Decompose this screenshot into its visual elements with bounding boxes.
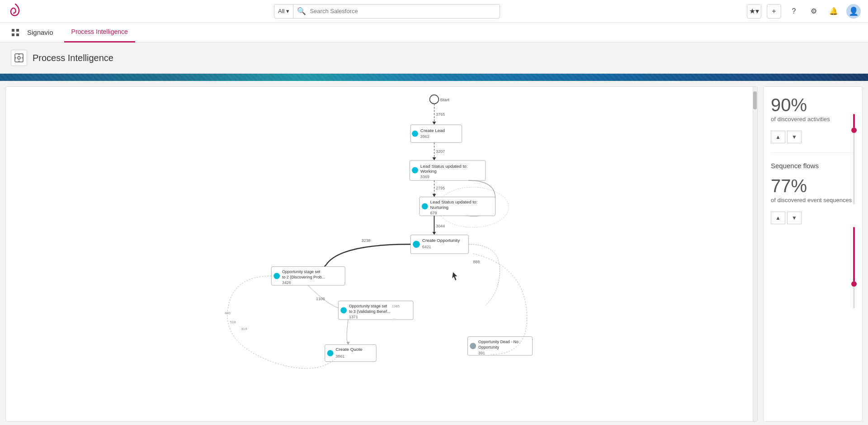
activities-label: of discovered activities [771, 116, 855, 123]
svg-text:Working: Working [420, 169, 437, 174]
scrollbar-thumb[interactable] [753, 91, 757, 109]
process-map-svg: Start 3765 Create Lead 3962 3207 Lead St… [6, 87, 757, 421]
svg-text:Nurturing: Nurturing [430, 205, 449, 210]
notifications-button[interactable]: 🔔 [826, 4, 841, 19]
add-button[interactable]: + [767, 4, 781, 19]
svg-marker-51 [346, 342, 350, 345]
svg-text:to 2 (Discovering Prob...: to 2 (Discovering Prob... [282, 275, 325, 279]
activities-up-button[interactable]: ▲ [771, 131, 785, 143]
divider-1 [771, 152, 855, 153]
star-icon: ★▾ [749, 7, 759, 15]
bell-icon: 🔔 [829, 7, 838, 15]
user-avatar-button[interactable]: 👤 [846, 4, 861, 19]
svg-rect-3 [16, 33, 19, 36]
svg-text:Create Lead: Create Lead [420, 128, 445, 133]
app-grid-button[interactable] [7, 24, 24, 41]
svg-text:1371: 1371 [349, 315, 358, 319]
svg-text:Start: Start [440, 97, 449, 102]
svg-rect-1 [16, 29, 19, 32]
search-all-label: All [278, 8, 284, 14]
sequences-controls: ▲ ▼ [771, 212, 855, 224]
svg-text:3426: 3426 [282, 280, 291, 285]
signavio-logo [7, 2, 24, 20]
activities-controls: ▲ ▼ [771, 131, 855, 143]
svg-marker-18 [432, 157, 436, 161]
svg-point-28 [422, 203, 428, 210]
process-intelligence-tab[interactable]: Process Intelligence [64, 23, 135, 42]
svg-point-41 [274, 273, 280, 279]
top-navigation: All ▾ 🔍 ★▾ + ? ⚙ 🔔 👤 [0, 0, 868, 23]
sequences-down-button[interactable]: ▼ [787, 212, 802, 224]
sequences-metric-block: 77% of discovered event sequences [771, 177, 855, 204]
svg-text:319: 319 [241, 327, 247, 331]
main-content: Start 3765 Create Lead 3962 3207 Lead St… [0, 81, 868, 425]
svg-text:Lead Status updated to:: Lead Status updated to: [430, 200, 478, 205]
svg-text:2795: 2795 [436, 186, 445, 190]
svg-text:Create Opportunity: Create Opportunity [422, 238, 460, 243]
search-bar: All ▾ 🔍 [274, 4, 500, 19]
help-icon: ? [792, 7, 796, 15]
svg-marker-25 [432, 194, 436, 197]
svg-text:...: ... [393, 316, 396, 320]
scrollbar-track[interactable] [753, 87, 757, 421]
svg-text:679: 679 [430, 211, 437, 215]
cursor [452, 272, 458, 280]
avatar-icon: 👤 [849, 6, 859, 16]
page-header: Process Intelligence [0, 42, 868, 74]
svg-point-35 [413, 241, 420, 248]
svg-text:3369: 3369 [420, 175, 429, 179]
search-bar-container: All ▾ 🔍 [27, 4, 747, 19]
top-nav-actions: ★▾ + ? ⚙ 🔔 👤 [747, 4, 861, 19]
help-button[interactable]: ? [787, 4, 801, 19]
search-icon: 🔍 [293, 7, 310, 15]
svg-point-14 [412, 131, 418, 137]
search-all-button[interactable]: All ▾ [274, 5, 293, 18]
gear-icon: ⚙ [811, 7, 817, 15]
svg-text:518: 518 [230, 320, 236, 324]
page-title: Process Intelligence [33, 53, 113, 63]
app-name: Signavio [27, 28, 53, 36]
activities-slider-fill [853, 114, 855, 128]
svg-text:3861: 3861 [335, 354, 344, 359]
svg-text:Opportunity Dead - No: Opportunity Dead - No [478, 340, 519, 344]
svg-point-52 [327, 350, 334, 356]
sequences-up-button[interactable]: ▲ [771, 212, 785, 224]
svg-text:6421: 6421 [422, 245, 431, 249]
svg-text:1106: 1106 [316, 297, 325, 301]
svg-rect-0 [12, 29, 14, 32]
svg-point-47 [340, 307, 347, 313]
sequences-slider-track[interactable] [853, 227, 855, 308]
activities-slider-track[interactable] [853, 114, 855, 204]
svg-text:Lead Status updated to:: Lead Status updated to: [420, 164, 468, 169]
blue-decorative-banner [0, 74, 868, 81]
sequences-percent: 77% [771, 177, 855, 195]
activities-percent: 90% [771, 96, 855, 114]
svg-text:400: 400 [225, 311, 231, 315]
svg-point-20 [412, 167, 418, 174]
sequences-label: of discovered event sequences [771, 197, 855, 204]
sequence-flows-title: Sequence flows [771, 162, 855, 170]
svg-rect-2 [12, 33, 14, 36]
search-input[interactable] [310, 8, 500, 14]
start-event[interactable] [430, 95, 439, 104]
svg-text:3765: 3765 [436, 112, 445, 117]
activities-slider-thumb[interactable] [851, 128, 857, 133]
svg-text:3044: 3044 [436, 224, 445, 228]
activities-down-button[interactable]: ▼ [787, 131, 802, 143]
svg-marker-12 [432, 122, 436, 125]
app-bar: Signavio Process Intelligence [0, 23, 868, 42]
svg-text:Opportunity stage set: Opportunity stage set [282, 269, 321, 274]
settings-button[interactable]: ⚙ [807, 4, 821, 19]
sequences-slider-thumb[interactable] [851, 281, 857, 287]
svg-text:3238: 3238 [362, 238, 371, 243]
svg-text:3207: 3207 [436, 149, 445, 154]
svg-text:Opportunity: Opportunity [478, 345, 499, 349]
svg-text:1985: 1985 [392, 304, 400, 308]
svg-marker-33 [432, 232, 436, 235]
plus-icon: + [772, 7, 776, 15]
process-canvas[interactable]: Start 3765 Create Lead 3962 3207 Lead St… [5, 86, 758, 422]
chevron-down-icon: ▾ [286, 8, 289, 14]
favorites-button[interactable]: ★▾ [747, 4, 761, 19]
page-header-icon [11, 50, 27, 66]
svg-text:888: 888 [473, 260, 480, 264]
